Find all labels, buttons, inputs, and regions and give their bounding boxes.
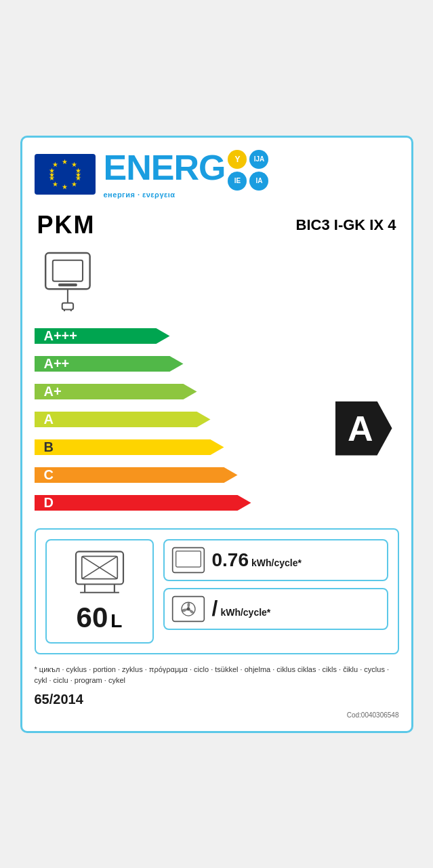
capacity-value: 60 [77, 601, 108, 634]
bar-row-d: D [35, 490, 399, 516]
energy-row1: Y IJA [228, 150, 268, 169]
conventional-row: 0.76 kWh/cycle* [163, 539, 388, 581]
capacity-display: 60 L [77, 601, 123, 634]
rating-badge-wrapper: A [335, 401, 392, 456]
bar-c: C [35, 467, 238, 483]
badge-y: Y [228, 150, 247, 169]
bar-b: B [35, 439, 224, 455]
footnote-text: * цикъл · cyklus · portion · zyklus · πρ… [35, 665, 390, 685]
badge-ia: IA [249, 172, 268, 191]
rating-letter: A [348, 409, 373, 448]
bar-row-app: A++ [35, 351, 399, 377]
fan-value: / [212, 596, 218, 621]
svg-rect-1 [52, 260, 82, 281]
conventional-icon [171, 546, 205, 574]
footer-notes: * цикъл · cyklus · portion · zyklus · πρ… [35, 664, 399, 686]
energy-main-text: ENERG [104, 150, 226, 185]
fan-unit: kWh/cycle* [220, 607, 270, 618]
brand-model-row: PKM BIC3 I-GK IX 4 [35, 211, 399, 239]
energy-suffix-block: Y IJA IE IA [228, 150, 268, 191]
fan-icon [171, 595, 205, 623]
badge-ie: IE [228, 172, 247, 191]
model-name: BIC3 I-GK IX 4 [296, 216, 396, 234]
cod-number: Cod:0040306548 [35, 711, 399, 719]
conventional-value: 0.76 [212, 549, 249, 571]
energy-logo: ENERG Y IJA IE [104, 150, 399, 199]
appliance-icon-block [35, 250, 399, 314]
kwh-section: 0.76 kWh/cycle* [163, 539, 388, 644]
energy-subtitle: енергия · ενεργεια [104, 191, 269, 199]
bar-d: D [35, 495, 251, 511]
eu-flag: ★ ★ ★ ★ ★ ★ ★ ★ ★ ★ ★ ★ [35, 154, 96, 195]
fan-row: / kWh/cycle* [163, 588, 388, 630]
conventional-kwh: 0.76 kWh/cycle* [212, 549, 302, 571]
energy-bars: A+++ A++ A+ A A B C D [35, 323, 399, 516]
svg-rect-4 [62, 302, 73, 309]
fan-kwh: / kWh/cycle* [212, 596, 271, 621]
bar-app: A++ [35, 356, 184, 372]
capacity-box: 60 L [45, 539, 154, 644]
energy-row2: IE IA [228, 172, 268, 191]
bar-row-c: C [35, 462, 399, 488]
svg-rect-2 [58, 283, 77, 286]
bar-appp: A+++ [35, 328, 170, 344]
rating-badge: A [335, 401, 392, 456]
brand-name: PKM [37, 211, 96, 239]
regulation-number: 65/2014 [35, 692, 399, 707]
conventional-unit: kWh/cycle* [251, 557, 302, 568]
svg-rect-15 [176, 551, 201, 566]
info-section: 60 L 0.76 kWh/cycle* [35, 528, 399, 654]
energy-word: ENERG Y IJA IE [104, 150, 269, 199]
energy-label: ★ ★ ★ ★ ★ ★ ★ ★ ★ ★ ★ ★ ENERG [20, 136, 413, 733]
bar-ap: A+ [35, 384, 197, 399]
label-header: ★ ★ ★ ★ ★ ★ ★ ★ ★ ★ ★ ★ ENERG [35, 150, 399, 199]
oven-icon [40, 250, 101, 311]
badge-ija: IJA [249, 150, 268, 169]
bar-row-appp: A+++ [35, 323, 399, 349]
bar-row-a: A A [35, 407, 399, 433]
oven-capacity-icon [73, 549, 127, 596]
capacity-unit: L [110, 610, 122, 632]
bar-a: A [35, 412, 211, 427]
